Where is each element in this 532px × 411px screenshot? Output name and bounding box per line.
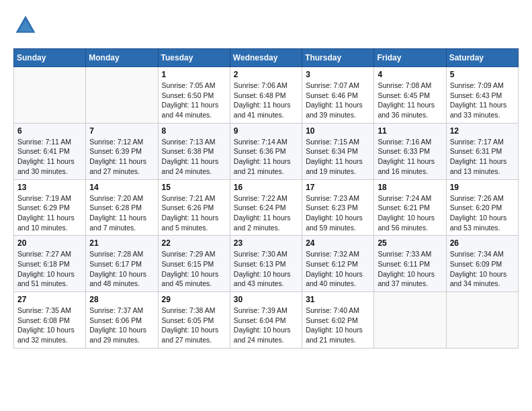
- calendar-cell: 4Sunrise: 7:08 AM Sunset: 6:45 PM Daylig…: [374, 67, 446, 124]
- calendar-cell: 18Sunrise: 7:24 AM Sunset: 6:21 PM Dayli…: [374, 179, 446, 236]
- day-number: 18: [378, 183, 442, 192]
- day-number: 24: [306, 238, 370, 248]
- day-info: Sunrise: 7:23 AM Sunset: 6:23 PM Dayligh…: [306, 193, 370, 233]
- calendar-cell: 2Sunrise: 7:06 AM Sunset: 6:48 PM Daylig…: [230, 67, 302, 124]
- logo-icon: [13, 13, 38, 38]
- day-number: 2: [234, 70, 298, 79]
- day-info: Sunrise: 7:35 AM Sunset: 6:08 PM Dayligh…: [17, 306, 82, 345]
- day-info: Sunrise: 7:27 AM Sunset: 6:18 PM Dayligh…: [17, 249, 82, 289]
- day-info: Sunrise: 7:11 AM Sunset: 6:41 PM Dayligh…: [17, 137, 82, 177]
- page-header: [13, 13, 519, 38]
- day-info: Sunrise: 7:38 AM Sunset: 6:05 PM Dayligh…: [162, 306, 226, 345]
- day-number: 21: [89, 238, 154, 248]
- day-number: 5: [450, 70, 515, 79]
- calendar-cell: 3Sunrise: 7:07 AM Sunset: 6:46 PM Daylig…: [302, 67, 374, 124]
- calendar-body: 1Sunrise: 7:05 AM Sunset: 6:50 PM Daylig…: [14, 67, 519, 349]
- calendar-cell: 1Sunrise: 7:05 AM Sunset: 6:50 PM Daylig…: [158, 67, 230, 124]
- day-info: Sunrise: 7:16 AM Sunset: 6:33 PM Dayligh…: [378, 137, 442, 177]
- day-number: 30: [234, 295, 298, 304]
- day-info: Sunrise: 7:19 AM Sunset: 6:29 PM Dayligh…: [17, 193, 82, 233]
- day-info: Sunrise: 7:09 AM Sunset: 6:43 PM Dayligh…: [450, 81, 515, 120]
- calendar-cell: 9Sunrise: 7:14 AM Sunset: 6:36 PM Daylig…: [230, 123, 302, 179]
- calendar-cell: 14Sunrise: 7:20 AM Sunset: 6:28 PM Dayli…: [86, 179, 158, 236]
- calendar-table: SundayMondayTuesdayWednesdayThursdayFrid…: [13, 48, 519, 349]
- day-info: Sunrise: 7:33 AM Sunset: 6:11 PM Dayligh…: [378, 249, 442, 289]
- calendar-cell: [374, 292, 446, 349]
- calendar-cell: 29Sunrise: 7:38 AM Sunset: 6:05 PM Dayli…: [158, 292, 230, 349]
- calendar-cell: 23Sunrise: 7:30 AM Sunset: 6:13 PM Dayli…: [230, 236, 302, 292]
- calendar-cell: 26Sunrise: 7:34 AM Sunset: 6:09 PM Dayli…: [446, 236, 518, 292]
- calendar-cell: 8Sunrise: 7:13 AM Sunset: 6:38 PM Daylig…: [158, 123, 230, 179]
- calendar-cell: [14, 67, 86, 124]
- day-info: Sunrise: 7:06 AM Sunset: 6:48 PM Dayligh…: [234, 81, 298, 120]
- calendar-cell: 16Sunrise: 7:22 AM Sunset: 6:24 PM Dayli…: [230, 179, 302, 236]
- calendar-cell: 15Sunrise: 7:21 AM Sunset: 6:26 PM Dayli…: [158, 179, 230, 236]
- day-number: 19: [450, 183, 515, 192]
- day-number: 9: [234, 126, 298, 136]
- days-of-week-row: SundayMondayTuesdayWednesdayThursdayFrid…: [14, 49, 519, 67]
- day-info: Sunrise: 7:14 AM Sunset: 6:36 PM Dayligh…: [234, 137, 298, 177]
- calendar-cell: 24Sunrise: 7:32 AM Sunset: 6:12 PM Dayli…: [302, 236, 374, 292]
- day-of-week-header: Wednesday: [230, 49, 302, 67]
- day-number: 15: [162, 183, 226, 192]
- day-info: Sunrise: 7:32 AM Sunset: 6:12 PM Dayligh…: [306, 249, 370, 289]
- day-number: 10: [306, 126, 370, 136]
- calendar-cell: [446, 292, 518, 349]
- day-info: Sunrise: 7:28 AM Sunset: 6:17 PM Dayligh…: [89, 249, 154, 289]
- calendar-cell: 28Sunrise: 7:37 AM Sunset: 6:06 PM Dayli…: [86, 292, 158, 349]
- calendar-cell: 6Sunrise: 7:11 AM Sunset: 6:41 PM Daylig…: [14, 123, 86, 179]
- day-info: Sunrise: 7:07 AM Sunset: 6:46 PM Dayligh…: [306, 81, 370, 120]
- day-number: 1: [162, 70, 226, 79]
- day-of-week-header: Sunday: [14, 49, 86, 67]
- calendar-cell: 31Sunrise: 7:40 AM Sunset: 6:02 PM Dayli…: [302, 292, 374, 349]
- calendar-week-row: 27Sunrise: 7:35 AM Sunset: 6:08 PM Dayli…: [14, 292, 519, 349]
- day-number: 13: [17, 183, 82, 192]
- day-info: Sunrise: 7:21 AM Sunset: 6:26 PM Dayligh…: [162, 193, 226, 233]
- calendar-cell: 21Sunrise: 7:28 AM Sunset: 6:17 PM Dayli…: [86, 236, 158, 292]
- day-info: Sunrise: 7:05 AM Sunset: 6:50 PM Dayligh…: [162, 81, 226, 120]
- day-info: Sunrise: 7:29 AM Sunset: 6:15 PM Dayligh…: [162, 249, 226, 289]
- day-number: 11: [378, 126, 442, 136]
- calendar-week-row: 1Sunrise: 7:05 AM Sunset: 6:50 PM Daylig…: [14, 67, 519, 124]
- day-number: 26: [450, 238, 515, 248]
- day-info: Sunrise: 7:30 AM Sunset: 6:13 PM Dayligh…: [234, 249, 298, 289]
- day-of-week-header: Saturday: [446, 49, 518, 67]
- calendar-cell: 19Sunrise: 7:26 AM Sunset: 6:20 PM Dayli…: [446, 179, 518, 236]
- day-info: Sunrise: 7:37 AM Sunset: 6:06 PM Dayligh…: [89, 306, 154, 345]
- day-number: 7: [89, 126, 154, 136]
- day-info: Sunrise: 7:40 AM Sunset: 6:02 PM Dayligh…: [306, 306, 370, 345]
- day-number: 17: [306, 183, 370, 192]
- day-info: Sunrise: 7:08 AM Sunset: 6:45 PM Dayligh…: [378, 81, 442, 120]
- calendar-cell: 12Sunrise: 7:17 AM Sunset: 6:31 PM Dayli…: [446, 123, 518, 179]
- day-number: 8: [162, 126, 226, 136]
- day-number: 29: [162, 295, 226, 304]
- day-info: Sunrise: 7:26 AM Sunset: 6:20 PM Dayligh…: [450, 193, 515, 233]
- calendar-cell: 7Sunrise: 7:12 AM Sunset: 6:39 PM Daylig…: [86, 123, 158, 179]
- calendar-cell: 17Sunrise: 7:23 AM Sunset: 6:23 PM Dayli…: [302, 179, 374, 236]
- calendar-cell: [86, 67, 158, 124]
- day-info: Sunrise: 7:20 AM Sunset: 6:28 PM Dayligh…: [89, 193, 154, 233]
- day-info: Sunrise: 7:13 AM Sunset: 6:38 PM Dayligh…: [162, 137, 226, 177]
- day-number: 25: [378, 238, 442, 248]
- day-number: 23: [234, 238, 298, 248]
- logo: [13, 13, 42, 38]
- calendar-week-row: 20Sunrise: 7:27 AM Sunset: 6:18 PM Dayli…: [14, 236, 519, 292]
- calendar-cell: 13Sunrise: 7:19 AM Sunset: 6:29 PM Dayli…: [14, 179, 86, 236]
- day-number: 3: [306, 70, 370, 79]
- day-number: 12: [450, 126, 515, 136]
- day-number: 20: [17, 238, 82, 248]
- day-info: Sunrise: 7:17 AM Sunset: 6:31 PM Dayligh…: [450, 137, 515, 177]
- calendar-cell: 25Sunrise: 7:33 AM Sunset: 6:11 PM Dayli…: [374, 236, 446, 292]
- day-number: 27: [17, 295, 82, 304]
- day-number: 14: [89, 183, 154, 192]
- calendar-cell: 22Sunrise: 7:29 AM Sunset: 6:15 PM Dayli…: [158, 236, 230, 292]
- day-of-week-header: Tuesday: [158, 49, 230, 67]
- day-of-week-header: Friday: [374, 49, 446, 67]
- calendar-cell: 20Sunrise: 7:27 AM Sunset: 6:18 PM Dayli…: [14, 236, 86, 292]
- day-info: Sunrise: 7:24 AM Sunset: 6:21 PM Dayligh…: [378, 193, 442, 233]
- calendar-cell: 30Sunrise: 7:39 AM Sunset: 6:04 PM Dayli…: [230, 292, 302, 349]
- day-info: Sunrise: 7:22 AM Sunset: 6:24 PM Dayligh…: [234, 193, 298, 233]
- calendar-header: SundayMondayTuesdayWednesdayThursdayFrid…: [14, 49, 519, 67]
- calendar-cell: 10Sunrise: 7:15 AM Sunset: 6:34 PM Dayli…: [302, 123, 374, 179]
- calendar-week-row: 6Sunrise: 7:11 AM Sunset: 6:41 PM Daylig…: [14, 123, 519, 179]
